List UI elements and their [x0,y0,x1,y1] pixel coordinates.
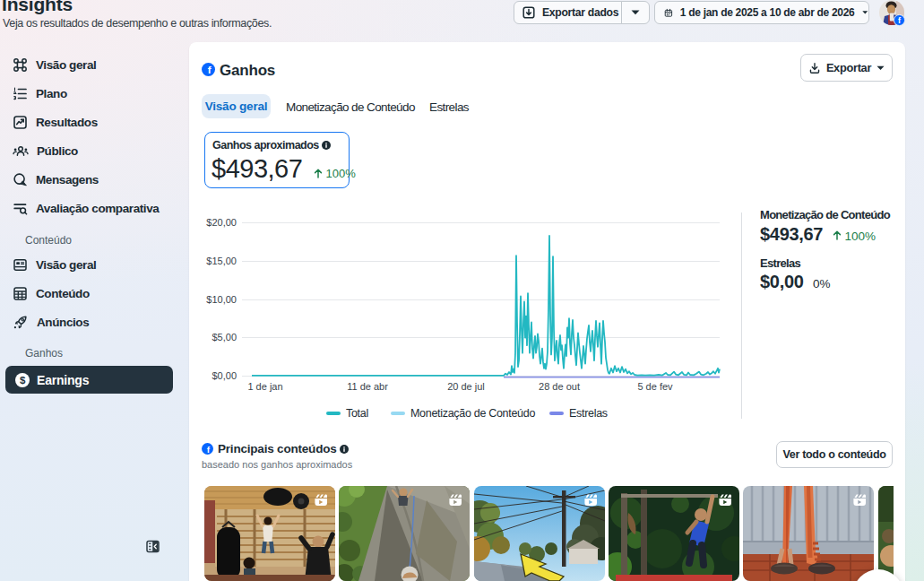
svg-text:f: f [898,16,902,24]
svg-text:f: f [208,65,212,75]
